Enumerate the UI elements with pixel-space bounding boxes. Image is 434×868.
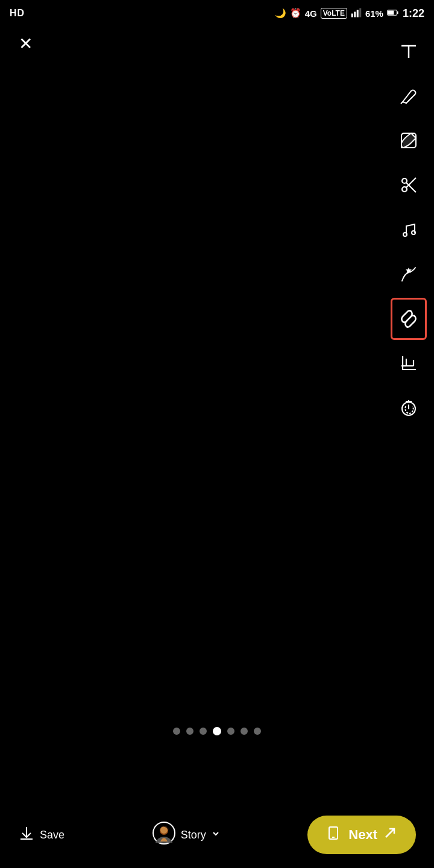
svg-rect-1 <box>354 11 356 17</box>
status-icons: 🌙 ⏰ 4G VoLTE 61% 1:22 <box>275 7 424 20</box>
next-label: Next <box>348 827 377 843</box>
svg-rect-6 <box>388 10 394 14</box>
right-toolbar <box>391 30 427 429</box>
svg-rect-2 <box>357 10 359 17</box>
dot-6 <box>241 728 248 735</box>
status-time: 1:22 <box>403 7 424 20</box>
svg-line-14 <box>406 178 416 187</box>
svg-point-16 <box>412 231 415 234</box>
svg-line-13 <box>406 183 416 192</box>
svg-rect-3 <box>359 8 361 17</box>
music-tool-button[interactable] <box>391 209 427 251</box>
status-moon-icon: 🌙 <box>275 8 286 19</box>
close-button[interactable]: ✕ <box>12 30 39 57</box>
save-icon <box>18 825 35 846</box>
save-label: Save <box>40 829 64 841</box>
draw-tool-button[interactable] <box>391 75 427 117</box>
status-hd: HD <box>10 8 25 19</box>
next-device-icon <box>327 825 342 844</box>
dot-3 <box>200 728 207 735</box>
next-arrow-icon <box>383 826 397 843</box>
scissors-tool-button[interactable] <box>391 164 427 206</box>
status-alarm-icon: ⏰ <box>290 8 301 19</box>
page-dots <box>173 727 261 735</box>
dot-5 <box>227 728 234 735</box>
close-icon: ✕ <box>19 34 33 54</box>
save-button[interactable]: Save <box>18 825 64 846</box>
dot-4-active <box>213 727 221 735</box>
story-button[interactable]: Story <box>152 821 221 849</box>
svg-rect-0 <box>351 13 353 17</box>
text-tool-button[interactable] <box>391 30 427 72</box>
svg-rect-5 <box>397 11 398 13</box>
dot-7 <box>254 728 261 735</box>
status-volte-label: VoLTE <box>321 8 347 19</box>
status-4g-label: 4G <box>305 8 317 19</box>
svg-point-11 <box>402 178 407 183</box>
sticker-tool-button[interactable] <box>391 119 427 162</box>
story-icon <box>152 821 176 849</box>
story-label: Story <box>181 829 206 841</box>
svg-point-12 <box>402 187 407 192</box>
crop-tool-button[interactable] <box>391 342 427 385</box>
status-signal-icon <box>351 7 362 20</box>
dot-2 <box>186 728 193 735</box>
link-tool-button[interactable] <box>391 298 427 340</box>
timer-tool-button[interactable] <box>391 387 427 429</box>
status-bar: HD 🌙 ⏰ 4G VoLTE 61% 1:22 <box>0 0 434 27</box>
svg-line-17 <box>407 317 410 321</box>
svg-point-15 <box>403 233 407 236</box>
story-chevron-icon <box>211 829 221 841</box>
effects-tool-button[interactable] <box>391 253 427 295</box>
bottom-bar: Save Story <box>0 802 434 868</box>
next-button[interactable]: Next <box>307 816 416 854</box>
svg-line-9 <box>401 102 403 104</box>
dot-1 <box>173 728 180 735</box>
svg-line-29 <box>386 829 394 837</box>
status-battery-label: 61% <box>365 8 383 19</box>
status-battery-icon <box>387 8 399 19</box>
